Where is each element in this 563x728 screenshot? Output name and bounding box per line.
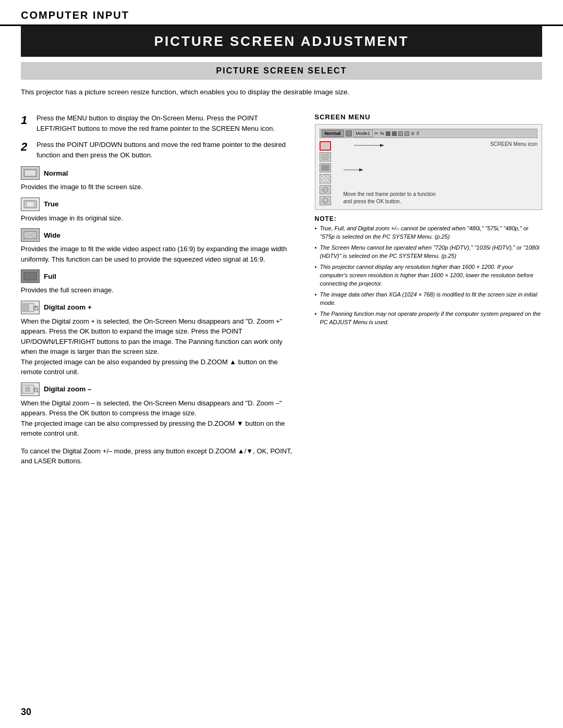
feature-dzoom-minus-label-row: – Digital zoom – — [21, 382, 299, 396]
feature-true-desc: Provides image in its original size. — [21, 213, 299, 224]
dzoom-minus-icon-svg: – — [22, 384, 39, 395]
menu-bar: Normal Mode1 ✂ % ⊙ // — [320, 129, 538, 138]
intro-text: This projector has a picture screen resi… — [21, 87, 542, 97]
feature-true: True Provides image in its original size… — [21, 198, 299, 224]
true-icon-svg — [23, 200, 38, 209]
wide-icon-svg — [23, 230, 38, 240]
feature-dzoom-plus-desc: When the Digital zoom + is selected, the… — [21, 316, 299, 377]
diagram-right-area: SCREEN Menu icon Move the red frame poin… — [338, 141, 538, 205]
normal-box-label: Normal — [322, 130, 344, 137]
pointer-text: Move the red frame pointer to a function… — [344, 191, 436, 205]
svg-text:+: + — [324, 188, 326, 192]
step-1-number: 1 — [21, 113, 31, 128]
svg-rect-14 — [26, 387, 30, 391]
true-icon — [21, 198, 40, 211]
feature-dzoom-plus: + Digital zoom + When the Digital zoom +… — [21, 301, 299, 377]
menu-icon-4 — [398, 131, 403, 136]
menu-icon-slash: // — [417, 131, 419, 136]
note-item-3: This projector cannot display any resolu… — [315, 263, 543, 288]
strip-icon-6-svg: – — [321, 197, 330, 204]
strip-icon-3-svg — [321, 164, 330, 171]
left-column: 1 Press the MENU button to display the O… — [21, 113, 299, 466]
screen-menu-section: SCREEN MENU Normal Mode1 ✂ % ⊙ // — [315, 113, 543, 326]
sub-title-banner: PICTURE SCREEN SELECT — [21, 62, 542, 80]
page-number: 30 — [21, 707, 31, 718]
feature-dzoom-minus: – Digital zoom – When the Digital zoom –… — [21, 382, 299, 439]
normal-icon — [21, 166, 40, 180]
feature-full-name: Full — [44, 273, 56, 280]
sub-title: PICTURE SCREEN SELECT — [42, 66, 521, 76]
feature-true-label-row: True — [21, 198, 299, 211]
note-item-2: The Screen Menu cannot be operated when … — [315, 244, 543, 261]
svg-text:–: – — [324, 199, 326, 203]
strip-icon-2 — [320, 152, 331, 162]
diagram-body: + – SCREEN Menu icon — [320, 141, 538, 205]
svg-line-12 — [38, 310, 39, 311]
strip-icon-5: + — [320, 185, 331, 194]
step-1-text: Press the MENU button to display the On-… — [36, 113, 299, 133]
normal-icon-svg — [23, 168, 38, 178]
step-2-text: Press the POINT UP/DOWN buttons and move… — [36, 140, 299, 160]
svg-rect-9 — [23, 304, 29, 311]
menu-left-strip: + – — [320, 141, 331, 205]
cancel-note: To cancel the Digital Zoom +/– mode, pre… — [21, 446, 299, 466]
section-title: COMPUTER INPUT — [21, 9, 542, 21]
menu-icon-1 — [346, 130, 352, 137]
feature-dzoom-minus-name: Digital zoom – — [44, 385, 92, 393]
right-column: SCREEN MENU Normal Mode1 ✂ % ⊙ // — [315, 113, 543, 466]
strip-icon-4 — [320, 174, 331, 183]
note-item-1: True, Full, and Digital zoom +/– cannot … — [315, 225, 543, 241]
main-title: PICTURE SCREEN ADJUSTMENT — [42, 33, 521, 50]
strip-icon-1-svg — [321, 142, 330, 150]
screen-menu-diagram: Normal Mode1 ✂ % ⊙ // — [315, 124, 543, 210]
feature-wide-label-row: Wide — [21, 228, 299, 242]
feature-wide-desc: Provides the image to fit the wide video… — [21, 244, 299, 264]
feature-full: Full Provides the full screen image. — [21, 269, 299, 295]
svg-rect-20 — [321, 165, 329, 171]
strip-icon-5-svg: + — [321, 186, 330, 193]
svg-marker-26 — [380, 144, 384, 147]
mode1-box: Mode1 — [353, 130, 373, 137]
note-section: NOTE: True, Full, and Digital zoom +/– c… — [315, 215, 543, 326]
dzoom-plus-icon: + — [21, 301, 40, 314]
svg-line-17 — [38, 391, 39, 393]
feature-wide-name: Wide — [44, 231, 60, 239]
svg-rect-1 — [25, 170, 35, 176]
content-area: 1 Press the MENU button to display the O… — [0, 105, 563, 475]
wide-icon — [21, 228, 40, 242]
strip-icon-6: – — [320, 196, 331, 205]
main-title-banner: PICTURE SCREEN ADJUSTMENT — [21, 26, 542, 57]
menu-icon-2 — [386, 131, 390, 136]
note-item-5: The Panning function may not operate pro… — [315, 310, 543, 327]
step-1: 1 Press the MENU button to display the O… — [21, 113, 299, 133]
strip-icon-2-svg — [321, 153, 330, 161]
note-item-4: The image data other than XGA (1024 × 76… — [315, 291, 543, 307]
dzoom-minus-icon: – — [21, 382, 40, 396]
full-icon — [21, 269, 40, 283]
step-2: 2 Press the POINT UP/DOWN buttons and mo… — [21, 140, 299, 160]
svg-text:–: – — [34, 387, 37, 392]
menu-icon-wifi: ⊙ — [411, 131, 415, 136]
svg-marker-28 — [359, 168, 363, 171]
section-header: COMPUTER INPUT — [0, 0, 563, 26]
svg-rect-19 — [322, 154, 328, 159]
full-icon-svg — [23, 272, 38, 281]
feature-dzoom-plus-name: Digital zoom + — [44, 303, 92, 311]
menu-icon-5 — [405, 131, 409, 136]
menu-icon-3 — [392, 131, 397, 136]
steps-section: 1 Press the MENU button to display the O… — [21, 113, 299, 160]
strip-icon-3 — [320, 163, 331, 172]
feature-normal-label-row: Normal — [21, 166, 299, 180]
strip-icon-1 — [320, 141, 331, 151]
svg-text:+: + — [34, 305, 37, 310]
step-2-number: 2 — [21, 140, 31, 155]
feature-true-name: True — [44, 200, 59, 208]
feature-full-label-row: Full — [21, 269, 299, 283]
feature-dzoom-plus-label-row: + Digital zoom + — [21, 301, 299, 314]
screen-menu-title: SCREEN MENU — [315, 113, 543, 121]
feature-wide: Wide Provides the image to fit the wide … — [21, 228, 299, 264]
feature-full-desc: Provides the full screen image. — [21, 285, 299, 295]
feature-dzoom-minus-desc: When the Digital zoom – is selected, the… — [21, 398, 299, 439]
svg-rect-18 — [321, 143, 329, 149]
feature-normal-name: Normal — [44, 169, 68, 177]
